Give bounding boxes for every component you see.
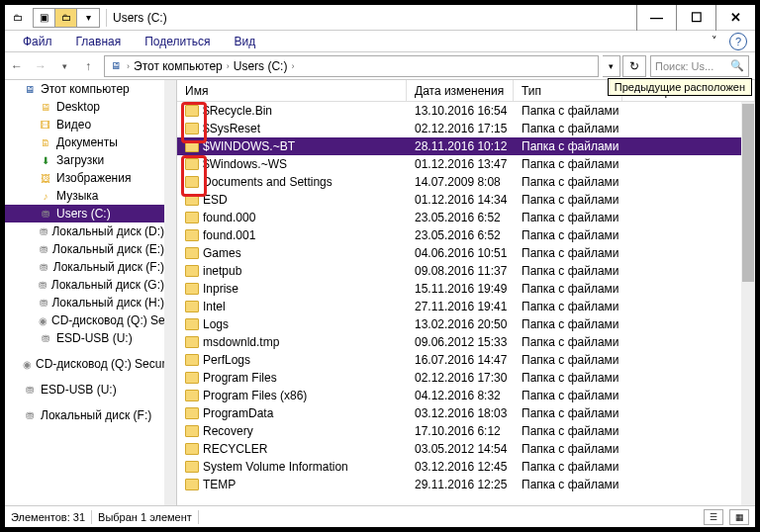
nav-desktop[interactable]: 🖥Desktop xyxy=(5,98,164,116)
back-button[interactable]: ← xyxy=(5,54,29,78)
file-name: ESD xyxy=(203,193,228,207)
breadcrumb-root[interactable]: Этот компьютер xyxy=(134,59,223,73)
file-name: $SysReset xyxy=(203,122,260,135)
nav-cd-q1[interactable]: ◉CD-дисковод (Q:) SecureI xyxy=(5,311,164,329)
table-row[interactable]: $WINDOWS.~BT28.11.2016 10:12Папка с файл… xyxy=(177,137,755,155)
qat-newfolder[interactable]: 🗀 xyxy=(55,9,77,27)
folder-icon xyxy=(185,354,199,366)
nav-scrollbar[interactable] xyxy=(164,80,176,505)
table-row[interactable]: Intel27.11.2016 19:41Папка с файлами xyxy=(177,298,755,315)
file-type: Папка с файлами xyxy=(514,104,622,118)
up-button[interactable]: ↑ xyxy=(76,54,100,78)
explorer-window: 🗀 ▣ 🗀 ▾ Users (C:) — ☐ ✕ Файл Главная По… xyxy=(4,4,756,528)
file-name: Games xyxy=(203,246,241,260)
nav-drive-e[interactable]: ⛃Локальный диск (E:) xyxy=(5,240,164,258)
table-row[interactable]: $Windows.~WS01.12.2016 13:47Папка с файл… xyxy=(177,155,755,173)
table-row[interactable]: TEMP29.11.2016 12:25Папка с файлами xyxy=(177,476,755,493)
forward-button[interactable]: → xyxy=(29,54,52,78)
folder-icon xyxy=(185,407,199,419)
table-row[interactable]: ProgramData03.12.2016 18:03Папка с файла… xyxy=(177,404,755,422)
table-row[interactable]: $Recycle.Bin13.10.2016 16:54Папка с файл… xyxy=(177,102,755,120)
view-details-button[interactable]: ☰ xyxy=(704,509,723,525)
table-row[interactable]: inetpub09.08.2016 11:37Папка с файлами xyxy=(177,262,755,280)
ribbon-expand-icon[interactable]: ˅ xyxy=(706,33,723,50)
tab-share[interactable]: Поделиться xyxy=(133,32,222,51)
tab-file[interactable]: Файл xyxy=(11,32,64,51)
nav-drive-d[interactable]: ⛃Локальный диск (D:) xyxy=(5,222,164,240)
minimize-button[interactable]: — xyxy=(636,5,676,31)
qat-dropdown[interactable]: ▾ xyxy=(77,9,99,27)
address-bar[interactable]: 🖥 › Этот компьютер › Users (C:) › xyxy=(104,55,599,77)
cd-icon: ◉ xyxy=(39,313,48,327)
nav-esd-u2[interactable]: ⛃ESD-USB (U:) xyxy=(5,381,164,399)
table-row[interactable]: Logs13.02.2016 20:50Папка с файлами xyxy=(177,315,755,333)
nav-video[interactable]: 🎞Видео xyxy=(5,116,164,133)
address-dropdown[interactable]: ▾ xyxy=(603,55,620,77)
file-name: Recovery xyxy=(203,424,253,438)
col-name[interactable]: Имя xyxy=(177,80,407,101)
nav-drive-f2[interactable]: ⛃Локальный диск (F:) xyxy=(5,406,164,424)
table-row[interactable]: PerfLogs16.07.2016 14:47Папка с файлами xyxy=(177,351,755,369)
nav-drive-g[interactable]: ⛃Локальный диск (G:) xyxy=(5,276,164,294)
col-type[interactable]: Тип xyxy=(514,80,622,101)
nav-usersc[interactable]: ⛃Users (C:) xyxy=(5,205,164,222)
table-row[interactable]: Program Files (x86)04.12.2016 8:32Папка … xyxy=(177,387,755,404)
nav-music[interactable]: ♪Музыка xyxy=(5,187,164,205)
usb-icon: ⛃ xyxy=(23,383,37,397)
nav-drive-h[interactable]: ⛃Локальный диск (H:) xyxy=(5,294,164,311)
folder-icon xyxy=(185,301,199,312)
breadcrumb-current[interactable]: Users (C:) xyxy=(234,59,288,73)
nav-thispc[interactable]: 🖥Этот компьютер xyxy=(5,80,164,98)
list-scrollbar[interactable] xyxy=(741,102,755,505)
refresh-button[interactable]: ↻ xyxy=(622,55,646,77)
nav-cd-q2[interactable]: ◉CD-дисковод (Q:) SecureI xyxy=(5,355,164,373)
folder-icon xyxy=(185,318,199,330)
table-row[interactable]: System Volume Information03.12.2016 12:4… xyxy=(177,458,755,476)
nav-drive-f[interactable]: ⛃Локальный диск (F:) xyxy=(5,258,164,276)
table-row[interactable]: $SysReset02.12.2016 17:15Папка с файлами xyxy=(177,120,755,137)
table-row[interactable]: found.00123.05.2016 6:52Папка с файлами xyxy=(177,226,755,244)
tab-view[interactable]: Вид xyxy=(222,32,267,51)
folder-icon xyxy=(185,425,199,437)
folder-icon xyxy=(185,265,199,277)
quick-access-toolbar: ▣ 🗀 ▾ xyxy=(33,8,100,28)
table-row[interactable]: found.00023.05.2016 6:52Папка с файлами xyxy=(177,209,755,226)
table-row[interactable]: Program Files02.12.2016 17:30Папка с фай… xyxy=(177,369,755,387)
qat-properties[interactable]: ▣ xyxy=(34,9,55,27)
file-date: 17.10.2016 6:12 xyxy=(407,424,514,438)
file-type: Папка с файлами xyxy=(514,335,622,349)
file-type: Папка с файлами xyxy=(514,389,622,402)
search-input[interactable]: Поиск: Us... 🔍 Предыдущие расположен xyxy=(650,55,749,77)
folder-icon xyxy=(185,212,199,223)
table-row[interactable]: Documents and Settings14.07.2009 8:08Пап… xyxy=(177,173,755,191)
status-selected: Выбран 1 элемент xyxy=(98,511,192,523)
folder-icon xyxy=(185,443,199,455)
music-icon: ♪ xyxy=(39,189,52,203)
col-date[interactable]: Дата изменения xyxy=(407,80,514,101)
nav-pictures[interactable]: 🖼Изображения xyxy=(5,169,164,187)
nav-downloads[interactable]: ⬇Загрузки xyxy=(5,151,164,169)
table-row[interactable]: msdownld.tmp09.06.2012 15:33Папка с файл… xyxy=(177,333,755,351)
drive-icon: ⛃ xyxy=(39,260,49,274)
file-type: Папка с файлами xyxy=(514,228,622,242)
table-row[interactable]: Games04.06.2016 10:51Папка с файлами xyxy=(177,244,755,262)
search-tooltip: Предыдущие расположен xyxy=(608,78,752,96)
video-icon: 🎞 xyxy=(39,118,52,132)
tab-home[interactable]: Главная xyxy=(64,32,134,51)
chevron-right-icon: › xyxy=(227,61,230,71)
close-button[interactable]: ✕ xyxy=(715,5,755,31)
table-row[interactable]: Inprise15.11.2016 19:49Папка с файлами xyxy=(177,280,755,298)
help-icon[interactable]: ? xyxy=(729,33,747,50)
drive-icon: ⛃ xyxy=(39,296,48,310)
view-icons-button[interactable]: ▦ xyxy=(729,509,749,525)
table-row[interactable]: Recovery17.10.2016 6:12Папка с файлами xyxy=(177,422,755,440)
table-row[interactable]: ESD01.12.2016 14:34Папка с файлами xyxy=(177,191,755,209)
maximize-button[interactable]: ☐ xyxy=(676,5,715,31)
table-row[interactable]: RECYCLER03.05.2012 14:54Папка с файлами xyxy=(177,440,755,458)
recent-dropdown[interactable]: ▾ xyxy=(52,54,76,78)
nav-esd-u1[interactable]: ⛃ESD-USB (U:) xyxy=(5,329,164,347)
nav-documents[interactable]: 🗎Документы xyxy=(5,133,164,151)
folder-icon xyxy=(185,390,199,401)
file-name: found.000 xyxy=(203,211,255,224)
documents-icon: 🗎 xyxy=(39,135,52,149)
